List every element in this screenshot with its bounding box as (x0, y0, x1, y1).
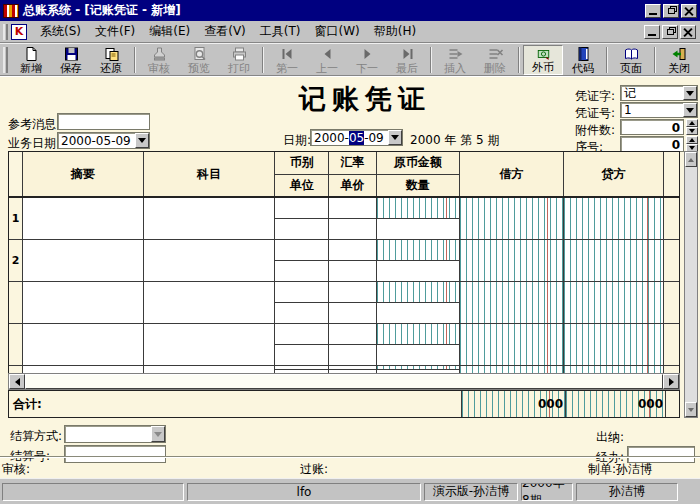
spin-up-icon[interactable] (686, 119, 698, 127)
summary-cell[interactable] (23, 282, 144, 323)
minimize-button[interactable] (645, 4, 661, 18)
debit-cell[interactable] (460, 324, 565, 365)
menubar-grip[interactable] (3, 24, 8, 40)
debit-cell[interactable] (460, 282, 565, 323)
menu-system[interactable]: 系统(S) (33, 21, 88, 42)
close-voucher-button[interactable]: 关闭 (659, 45, 699, 75)
voucher-no-combobox[interactable]: 1 (620, 102, 698, 118)
credit-cell[interactable] (564, 366, 664, 373)
undo-restore-button[interactable]: 还原 (91, 45, 131, 75)
table-row[interactable]: 2 (9, 240, 679, 282)
voucher-table: 摘要 科目 币别 单位 汇率 单价 原币金额 数量 借方 贷方 (8, 151, 680, 374)
debit-cell[interactable] (460, 240, 565, 281)
summary-cell[interactable] (23, 198, 144, 239)
reference-input[interactable] (57, 113, 150, 130)
horizontal-scrollbar[interactable] (8, 373, 680, 390)
mdi-minimize-button[interactable] (644, 25, 660, 39)
amount-qty-cell[interactable] (377, 282, 460, 323)
sequence-input[interactable]: 0 (620, 136, 684, 152)
credit-cell[interactable] (564, 198, 664, 239)
amount-qty-cell[interactable] (377, 240, 460, 281)
code-button[interactable]: 代码 (563, 45, 603, 75)
menu-window[interactable]: 窗口(W) (307, 21, 366, 42)
settle-method-combobox[interactable] (64, 425, 166, 443)
header-credit: 贷方 (564, 152, 664, 196)
account-cell[interactable] (144, 240, 276, 281)
summary-cell[interactable] (23, 324, 144, 365)
attachments-input[interactable]: 0 (620, 119, 684, 135)
account-cell[interactable] (144, 324, 276, 365)
credit-cell[interactable] (564, 282, 664, 323)
attachments-spinner[interactable] (686, 119, 698, 135)
rate-price-cell[interactable] (329, 366, 377, 373)
new-button[interactable]: 新增 (11, 45, 51, 75)
title-bar: 总账系统 - [记账凭证 - 新增] (0, 0, 700, 21)
close-button[interactable] (681, 4, 697, 18)
printer-icon (231, 46, 248, 62)
debit-cell[interactable] (460, 366, 565, 373)
rate-price-cell[interactable] (329, 240, 377, 281)
summary-cell[interactable] (23, 240, 144, 281)
rate-price-cell[interactable] (329, 324, 377, 365)
sequence-spinner[interactable] (686, 136, 698, 152)
chevron-down-icon[interactable] (388, 130, 402, 145)
amount-qty-cell[interactable] (377, 198, 460, 239)
k3-system-icon[interactable]: K (11, 24, 27, 40)
scroll-right-icon[interactable] (663, 374, 679, 389)
rate-price-cell[interactable] (329, 198, 377, 239)
save-button[interactable]: 保存 (51, 45, 91, 75)
currency-unit-cell[interactable] (275, 240, 329, 281)
menu-file[interactable]: 文件(F) (88, 21, 142, 42)
voucher-word-label: 凭证字: (575, 88, 615, 105)
table-row[interactable] (9, 324, 679, 366)
scroll-up-icon[interactable] (685, 152, 697, 167)
voucher-word-combobox[interactable]: 记 (620, 85, 698, 101)
currency-unit-cell[interactable] (275, 366, 329, 373)
page-button[interactable]: 页面 (611, 45, 651, 75)
prepared-by: 制单:孙洁博 (588, 461, 652, 478)
settle-no-input[interactable] (64, 445, 166, 463)
minimize-icon (648, 34, 656, 36)
vertical-scrollbar[interactable] (684, 151, 698, 418)
table-row[interactable]: 1 (9, 198, 679, 240)
summary-cell[interactable] (23, 366, 144, 373)
spin-up-icon[interactable] (686, 136, 698, 144)
chevron-down-icon[interactable] (683, 86, 697, 100)
table-row[interactable] (9, 366, 679, 373)
table-row[interactable] (9, 282, 679, 324)
amount-qty-cell[interactable] (377, 366, 460, 373)
row-margin (664, 198, 679, 239)
currency-unit-cell[interactable] (275, 198, 329, 239)
credit-cell[interactable] (564, 240, 664, 281)
business-date-combobox[interactable]: 2000-05-09 (57, 132, 150, 149)
menu-view[interactable]: 查看(V) (197, 21, 253, 42)
account-cell[interactable] (144, 282, 276, 323)
toolbar-grip[interactable] (3, 47, 8, 73)
account-cell[interactable] (144, 366, 276, 373)
menu-tools[interactable]: 工具(T) (253, 21, 308, 42)
mdi-restore-button[interactable] (662, 25, 678, 39)
debit-cell[interactable] (460, 198, 565, 239)
scrollbar-thumb[interactable] (25, 374, 663, 389)
account-cell[interactable] (144, 198, 276, 239)
reference-label: 参考消息: (8, 116, 60, 133)
menu-edit[interactable]: 编辑(E) (142, 21, 197, 42)
spin-down-icon[interactable] (686, 127, 698, 135)
scroll-down-icon[interactable] (685, 402, 697, 417)
currency-unit-cell[interactable] (275, 282, 329, 323)
previous-icon (319, 46, 336, 62)
menu-help[interactable]: 帮助(H) (367, 21, 423, 42)
scroll-left-icon[interactable] (9, 374, 25, 389)
row-margin (664, 282, 679, 323)
rate-price-cell[interactable] (329, 282, 377, 323)
date-combobox[interactable]: 2000-05-09 (310, 129, 403, 146)
amount-qty-cell[interactable] (377, 324, 460, 365)
currency-unit-cell[interactable] (275, 324, 329, 365)
chevron-down-icon[interactable] (135, 133, 149, 148)
preview-button: 预览 (179, 45, 219, 75)
mdi-close-button[interactable] (680, 25, 696, 39)
chevron-down-icon[interactable] (683, 103, 697, 117)
restore-button[interactable] (663, 4, 679, 18)
credit-cell[interactable] (564, 324, 664, 365)
foreign-currency-button[interactable]: 外币 (523, 45, 563, 75)
